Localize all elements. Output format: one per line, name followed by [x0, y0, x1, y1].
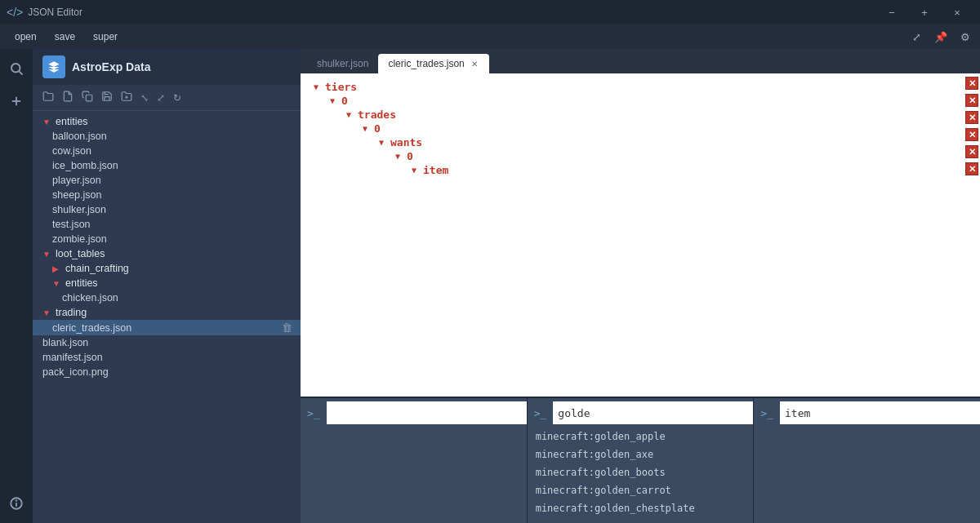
tree-file-blank[interactable]: blank.json [33, 335, 301, 350]
new-file-btn[interactable] [59, 88, 77, 107]
menu-open[interactable]: open [7, 28, 45, 46]
maximize-button[interactable]: + [908, 0, 941, 24]
svg-point-0 [11, 64, 20, 73]
close-button[interactable]: × [941, 0, 973, 24]
tree-file-chicken[interactable]: chicken.json [33, 290, 301, 305]
add-icon-btn[interactable] [3, 88, 29, 114]
expand-icon[interactable]: ⤢ [909, 29, 924, 45]
autocomplete-item-2[interactable]: minecraft:golden_boots [528, 463, 754, 481]
autocomplete-item-1[interactable]: minecraft:golden_axe [528, 445, 754, 463]
panel-2-input-row: >_ [528, 398, 754, 428]
toggle-wants[interactable]: ▼ [376, 138, 387, 147]
pin-icon[interactable]: 📌 [931, 29, 951, 45]
tree-file-shulker[interactable]: shulker.json [33, 202, 301, 217]
tree-file-ice_bomb[interactable]: ice_bomb.json [33, 158, 301, 173]
toggle-tiers[interactable]: ▼ [310, 82, 322, 91]
panel-2-autocomplete: minecraft:golden_apple minecraft:golden_… [528, 428, 754, 523]
tab-label-cleric: cleric_trades.json [388, 58, 464, 69]
json-node-wants-0: ▼ 0 [310, 149, 970, 163]
toggle-item[interactable]: ▼ [408, 166, 420, 175]
autocomplete-item-4[interactable]: minecraft:golden_chestplate [528, 499, 754, 517]
app-logo [42, 55, 65, 78]
json-node-tiers: ▼ tiers [310, 80, 970, 94]
tree-label-pack_icon: pack_icon.png [42, 366, 109, 378]
tree-folder-loot_tables[interactable]: ▼ loot_tables [33, 246, 301, 261]
tab-cleric[interactable]: cleric_trades.json ✕ [378, 54, 488, 73]
tree-file-player[interactable]: player.json [33, 173, 301, 188]
tree-file-manifest[interactable]: manifest.json [33, 350, 301, 365]
json-key-trades[interactable]: trades [358, 109, 396, 121]
json-key-tiers[interactable]: tiers [325, 81, 357, 93]
tab-close-cleric[interactable]: ✕ [470, 60, 479, 69]
tree-label-loot-entities: entities [65, 277, 98, 289]
tree-file-cleric_trades[interactable]: cleric_trades.json 🗑 [33, 320, 301, 335]
gear-icon[interactable]: ⚙ [957, 29, 973, 45]
sidebar-header: AstroExp Data [33, 49, 301, 85]
tree-file-zombie[interactable]: zombie.json [33, 232, 301, 246]
svg-rect-7 [86, 95, 92, 101]
panel-2-prompt: >_ [528, 407, 554, 419]
refresh-btn[interactable]: ↻ [170, 90, 185, 106]
delete-x-6[interactable]: ✕ [965, 162, 978, 175]
menu-super[interactable]: super [85, 28, 126, 46]
tree-folder-loot-entities[interactable]: ▼ entities [33, 276, 301, 290]
delete-file-btn[interactable]: 🗑 [280, 321, 294, 334]
toggle-loot_tables: ▼ [42, 250, 52, 259]
toggle-trades[interactable]: ▼ [343, 110, 354, 119]
delete-x-2[interactable]: ✕ [965, 94, 978, 107]
autocomplete-item-3[interactable]: minecraft:golden_carrot [528, 481, 754, 499]
tree-folder-trading[interactable]: ▼ trading [33, 305, 301, 320]
minimize-button[interactable]: − [875, 0, 908, 24]
copy-file-btn[interactable] [78, 88, 96, 107]
json-index-0-tiers[interactable]: 0 [341, 95, 348, 107]
json-node-item: ▼ item [310, 163, 970, 177]
bottom-panels: >_ >_ minecraft:golden_apple minecraft:g… [301, 397, 980, 523]
tab-shulker[interactable]: shulker.json [307, 54, 378, 73]
tree-label-chicken: chicken.json [62, 292, 118, 304]
json-key-wants[interactable]: wants [390, 136, 422, 148]
collapse-all-btn[interactable]: ⤢ [154, 90, 168, 106]
tree-folder-chain_crafting[interactable]: ▶ chain_crafting [33, 261, 301, 276]
folder-open-btn[interactable] [39, 88, 57, 107]
json-index-0-wants[interactable]: 0 [407, 150, 413, 162]
svg-point-6 [16, 500, 17, 501]
delete-x-3[interactable]: ✕ [965, 111, 978, 124]
tree-file-pack_icon[interactable]: pack_icon.png [33, 365, 301, 379]
panel-3-content [754, 428, 980, 523]
save-file-btn[interactable] [98, 88, 116, 107]
panel-1-input[interactable] [327, 401, 527, 424]
tree-file-cow[interactable]: cow.json [33, 144, 301, 158]
tree-file-sheep[interactable]: sheep.json [33, 188, 301, 202]
toggle-wants-0[interactable]: ▼ [392, 152, 403, 161]
json-node-trades: ▼ trades [310, 108, 970, 122]
search-icon-btn[interactable] [3, 55, 29, 82]
toggle-trading: ▼ [42, 308, 52, 317]
autocomplete-item-0[interactable]: minecraft:golden_apple [528, 428, 754, 445]
tree-file-balloon[interactable]: balloon.json [33, 129, 301, 144]
new-folder-btn[interactable] [118, 88, 136, 107]
panel-2-input[interactable] [553, 401, 753, 424]
tree-file-test[interactable]: test.json [33, 217, 301, 232]
json-node-trades-0: ▼ 0 [310, 122, 970, 135]
menu-save[interactable]: save [47, 28, 83, 46]
del-btn-row-5: ✕ [964, 144, 980, 160]
json-index-0-trades[interactable]: 0 [374, 122, 381, 135]
info-icon-btn[interactable] [3, 490, 29, 516]
delete-x-5[interactable]: ✕ [965, 145, 978, 158]
panel-3-input[interactable] [780, 401, 980, 424]
toggle-trades-0[interactable]: ▼ [359, 124, 371, 133]
delete-x-4[interactable]: ✕ [965, 128, 978, 141]
del-btn-row-1: ✕ [964, 75, 980, 91]
expand-all-btn[interactable]: ⤡ [137, 90, 152, 106]
bottom-panel-2: >_ minecraft:golden_apple minecraft:gold… [528, 398, 755, 523]
json-tree: ▼ tiers ▼ 0 ▼ trades ▼ [301, 73, 980, 397]
panel-1-prompt: >_ [301, 407, 327, 419]
delete-x-1[interactable]: ✕ [965, 77, 978, 90]
del-btn-row-4: ✕ [964, 126, 980, 143]
json-key-item[interactable]: item [423, 164, 448, 176]
tree-folder-entities[interactable]: ▼ entities [33, 114, 301, 129]
tree-label-player: player.json [52, 175, 101, 186]
tab-label-shulker: shulker.json [317, 58, 368, 69]
tree-label-trading: trading [56, 307, 87, 318]
toggle-tiers-0[interactable]: ▼ [327, 96, 338, 105]
